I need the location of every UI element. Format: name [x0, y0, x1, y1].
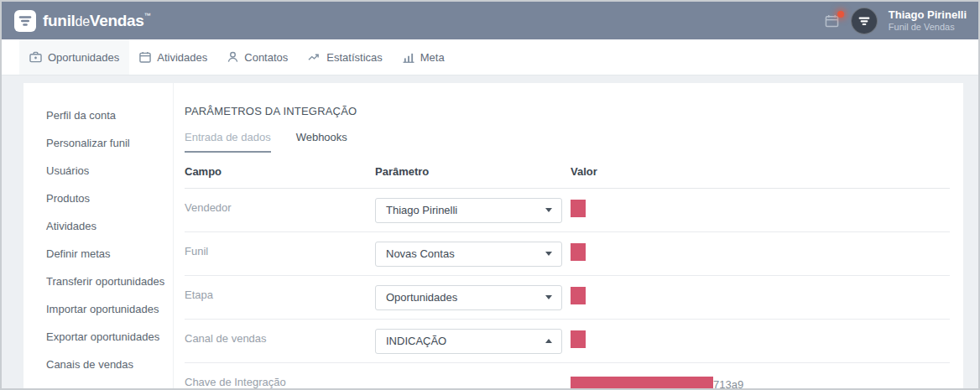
table-row: VendedorThiago Pirinelli	[185, 189, 950, 232]
sidebar-item[interactable]: Usuários	[46, 164, 173, 192]
sidebar-item[interactable]: Produtos	[46, 192, 173, 220]
nav-tab-label: Oportunidades	[48, 51, 119, 64]
nav-tab-meta[interactable]: Meta	[393, 39, 455, 75]
column-header: Campo	[185, 165, 375, 178]
sidebar-item[interactable]: Perfil da conta	[46, 109, 173, 137]
user-avatar[interactable]	[851, 8, 878, 34]
nav-tab-oportunidades[interactable]: Oportunidades	[19, 39, 129, 75]
sidebar-item[interactable]: Importar oportunidades	[46, 303, 173, 330]
chevron-down-icon	[545, 295, 552, 299]
field-label: Canal de vendas	[185, 320, 375, 345]
column-header: Parâmetro	[375, 165, 571, 178]
table-row: FunilNovas Contas	[185, 232, 950, 276]
nav-tab-label: Atividades	[157, 51, 207, 64]
sidebar-item[interactable]: Definir metas	[46, 247, 173, 275]
funnel-logo-icon	[14, 10, 36, 32]
table-row: EtapaOportunidades	[185, 276, 950, 320]
selected-value: Oportunidades	[386, 291, 457, 304]
sidebar-item[interactable]: Exportar oportunidades	[46, 330, 173, 358]
key-suffix: 713a9	[713, 378, 743, 390]
chevron-up-icon	[545, 339, 552, 343]
calendar-icon	[139, 51, 151, 63]
user-menu[interactable]: Thiago Pirinelli Funil de Vendas	[889, 9, 968, 33]
parameter-select[interactable]: Oportunidades	[375, 285, 562, 310]
bar-chart-icon	[403, 52, 414, 63]
funnel-avatar-icon	[858, 14, 871, 28]
selected-value: Novas Contas	[386, 247, 455, 260]
nav-tab-label: Estatísticas	[326, 51, 382, 64]
parameter-cell: Novas Contas	[375, 242, 571, 267]
redacted-value-swatch	[571, 243, 586, 261]
parameter-cell: INDICAÇÃO	[375, 329, 571, 354]
chevron-down-icon	[545, 208, 552, 212]
column-header: Valor	[571, 165, 950, 178]
page-title: PARÂMETROS DA INTEGRAÇÃO	[185, 105, 950, 117]
app-header: funildeVendas™	[2, 2, 978, 39]
nav-tab-estatisticas[interactable]: Estatísticas	[298, 39, 392, 75]
page-body: Perfil da contaPersonalizar funilUsuário…	[2, 75, 978, 390]
line-chart-icon	[308, 52, 321, 63]
parameter-cell: Oportunidades	[375, 285, 571, 310]
integration-tabs: Entrada de dadosWebhooks	[185, 131, 950, 153]
nav-tab-contatos[interactable]: Contatos	[217, 39, 298, 75]
table-row: Chave de Integração713a9	[185, 363, 950, 390]
field-label: Funil	[185, 232, 375, 257]
value-cell	[571, 243, 950, 264]
redacted-value-swatch	[571, 200, 586, 217]
contacts-icon	[227, 51, 238, 63]
parameter-select[interactable]: Thiago Pirinelli	[375, 198, 562, 223]
sidebar-item[interactable]: Transferir oportunidades	[46, 275, 173, 303]
chevron-down-icon	[545, 252, 552, 256]
briefcase-icon	[29, 51, 42, 63]
parameter-cell: Thiago Pirinelli	[375, 198, 571, 223]
user-name: Thiago Pirinelli	[889, 9, 967, 22]
selected-value: INDICAÇÃO	[386, 335, 446, 347]
sidebar-item[interactable]: Atividades	[46, 220, 173, 247]
content-tab-webhooks[interactable]: Webhooks	[296, 131, 347, 153]
sidebar-item[interactable]: Parâmetros da integração	[46, 386, 173, 390]
value-cell	[571, 287, 950, 308]
settings-sidebar: Perfil da contaPersonalizar funilUsuário…	[23, 83, 174, 390]
nav-tab-atividades[interactable]: Atividades	[129, 39, 217, 75]
nav-tab-label: Contatos	[244, 51, 288, 64]
sidebar-item[interactable]: Personalizar funil	[46, 137, 173, 164]
integration-content: PARÂMETROS DA INTEGRAÇÃO Entrada de dado…	[174, 83, 963, 390]
brand-wordmark: funildeVendas™	[43, 12, 150, 30]
redacted-value-swatch	[571, 287, 586, 304]
nav-tab-label: Meta	[420, 51, 445, 64]
calendar-alert-icon[interactable]	[825, 14, 840, 28]
notification-dot	[837, 11, 844, 18]
redacted-value-swatch	[571, 330, 586, 348]
parameter-select[interactable]: Novas Contas	[375, 242, 562, 267]
selected-value: Thiago Pirinelli	[386, 204, 457, 216]
sidebar-item[interactable]: Canais de vendas	[46, 358, 173, 386]
primary-nav: OportunidadesAtividadesContatosEstatísti…	[2, 39, 978, 75]
value-cell	[571, 200, 950, 221]
value-cell: 713a9	[571, 377, 950, 390]
user-org: Funil de Vendas	[889, 22, 967, 33]
field-label: Vendedor	[185, 189, 375, 214]
app-window: funildeVendas™	[0, 0, 980, 390]
field-label: Chave de Integração	[185, 363, 375, 388]
table-row: Canal de vendasINDICAÇÃO	[185, 320, 950, 363]
field-label: Etapa	[185, 276, 375, 301]
redacted-key-bar	[571, 377, 713, 390]
parameters-table: VendedorThiago PirinelliFunilNovas Conta…	[185, 189, 950, 390]
brand-logo[interactable]: funildeVendas™	[14, 10, 150, 32]
content-tab-entradadedados[interactable]: Entrada de dados	[185, 131, 271, 153]
settings-card: Perfil da contaPersonalizar funilUsuário…	[23, 83, 963, 390]
table-header-row: CampoParâmetroValor	[185, 153, 950, 189]
parameter-select[interactable]: INDICAÇÃO	[375, 329, 562, 354]
value-cell	[571, 330, 950, 351]
